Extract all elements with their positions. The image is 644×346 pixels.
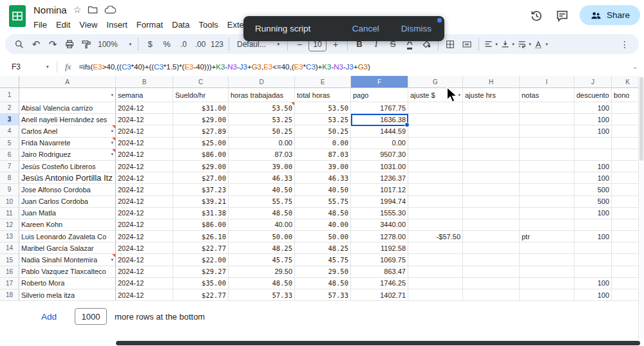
cell-F2[interactable]: 1767.75 <box>351 102 408 114</box>
merge-cells-icon[interactable] <box>459 37 475 52</box>
cell-E15[interactable]: 45.75 <box>295 254 351 266</box>
comments-icon[interactable] <box>554 7 571 24</box>
cell-B7[interactable]: 2024-12 <box>116 161 173 172</box>
row-header-15[interactable]: 15 <box>0 254 19 266</box>
cell-I4[interactable] <box>520 125 574 137</box>
cell-H16[interactable] <box>463 266 520 278</box>
column-header-e[interactable]: E <box>295 76 351 88</box>
text-wrap-button[interactable]: ▾ <box>516 37 532 52</box>
cell-I2[interactable] <box>520 102 574 114</box>
horizontal-align-button[interactable]: ▾ <box>483 37 498 52</box>
cell-I6[interactable] <box>520 149 574 161</box>
cell-G2[interactable] <box>408 102 463 114</box>
cell-I17[interactable] <box>520 278 574 289</box>
cell-F11[interactable]: 1555.30 <box>351 208 408 219</box>
cell-C14[interactable]: $22.77 <box>173 242 229 254</box>
cell-E13[interactable]: 50.00 <box>295 231 351 242</box>
cell-E14[interactable]: 48.25 <box>295 242 351 254</box>
row-header-12[interactable]: 12 <box>0 219 19 231</box>
cell-A3[interactable]: Anell nayeli Hernández ses <box>19 114 116 125</box>
cell-J3[interactable]: 100 <box>574 114 612 125</box>
cell-F4[interactable]: 1444.59 <box>351 125 408 137</box>
cell-A13[interactable]: Luis Leonardo Zavaleta Co <box>19 231 116 242</box>
menu-format[interactable]: Format <box>132 19 167 31</box>
star-icon[interactable]: ☆ <box>73 5 82 14</box>
column-header-c[interactable]: C <box>173 76 229 88</box>
cell-J2[interactable]: 100 <box>574 102 612 114</box>
cell-F1[interactable]: pago <box>351 88 408 102</box>
cell-F18[interactable]: 1402.71 <box>351 289 408 301</box>
sheets-logo[interactable] <box>9 5 26 27</box>
cell-G7[interactable] <box>408 161 463 172</box>
cell-E10[interactable]: 55.75 <box>295 196 351 208</box>
fill-handle[interactable] <box>404 122 410 127</box>
cell-C15[interactable]: $22.00 <box>173 254 229 266</box>
column-header-j[interactable]: J <box>574 76 612 88</box>
cell-G13[interactable]: -$57.50 <box>408 231 463 242</box>
cell-I16[interactable] <box>520 266 574 278</box>
menu-insert[interactable]: Insert <box>102 19 132 31</box>
cell-H7[interactable] <box>463 161 520 172</box>
cell-D6[interactable]: 87.03 <box>229 149 295 161</box>
row-header-11[interactable]: 11 <box>0 208 19 219</box>
cell-C6[interactable]: $86.00 <box>173 149 229 161</box>
cell-J9[interactable]: 500 <box>574 184 612 196</box>
toast-dismiss-button[interactable]: Dismiss <box>401 24 431 33</box>
cell-C1[interactable]: Sueldo/hr <box>173 88 229 102</box>
cloud-status-icon[interactable] <box>104 6 116 14</box>
cell-C5[interactable]: $25.00 <box>173 138 229 149</box>
cell-C16[interactable]: $29.27 <box>173 266 229 278</box>
column-header-a[interactable]: A <box>19 76 116 88</box>
cell-B10[interactable]: 2024-12 <box>116 196 173 208</box>
cell-C18[interactable]: $22.77 <box>173 289 229 301</box>
text-rotation-button[interactable]: ▾ <box>533 37 549 52</box>
formula-bar-expand-icon[interactable]: ⌄ <box>632 64 638 70</box>
row-header-8[interactable]: 8 <box>0 172 19 184</box>
cell-D17[interactable]: 48.50 <box>229 278 295 289</box>
cell-E2[interactable]: 53.50 <box>295 102 351 114</box>
cell-B5[interactable]: 2024-12 <box>116 138 173 149</box>
dropdown-arrow-icon[interactable]: ▾ <box>109 257 113 262</box>
cell-I3[interactable] <box>520 114 574 125</box>
cell-E6[interactable]: 87.03 <box>295 149 351 161</box>
menu-tools[interactable]: Tools <box>194 19 222 31</box>
cell-J17[interactable]: 100 <box>574 278 612 289</box>
cell-I18[interactable] <box>520 289 574 301</box>
cell-G9[interactable] <box>408 184 463 196</box>
cell-B9[interactable]: 2024-12 <box>116 184 173 196</box>
decrease-decimal-button[interactable]: .0 <box>176 37 191 52</box>
row-header-16[interactable]: 16 <box>0 266 19 278</box>
cell-J16[interactable] <box>574 266 612 278</box>
name-box[interactable]: F3 ▾ <box>0 62 57 71</box>
cell-J4[interactable]: 100 <box>574 125 612 137</box>
cell-C11[interactable]: $31.38 <box>173 208 229 219</box>
cell-D13[interactable]: 50.00 <box>229 231 295 242</box>
cell-F6[interactable]: 9507.30 <box>351 149 408 161</box>
column-header-i[interactable]: I <box>520 76 574 88</box>
cell-I7[interactable] <box>520 161 574 172</box>
cell-D14[interactable]: 48.25 <box>229 242 295 254</box>
add-rows-button[interactable]: Add <box>37 311 61 322</box>
cell-F16[interactable]: 863.47 <box>351 266 408 278</box>
vertical-scrollbar-thumb[interactable] <box>639 77 643 161</box>
column-header-f[interactable]: F <box>351 76 408 88</box>
cell-C4[interactable]: $27.89 <box>173 125 229 137</box>
dropdown-arrow-icon[interactable]: ▾ <box>109 93 113 98</box>
version-history-icon[interactable] <box>528 7 545 24</box>
formula-input[interactable]: =ifs(E3>40,((C3*40)+((C3*1.5)*(E3-40)))+… <box>79 63 626 71</box>
cell-I5[interactable] <box>520 138 574 149</box>
zoom-select[interactable]: 100% ▾ <box>95 37 134 52</box>
cell-H13[interactable] <box>463 231 520 242</box>
cell-H15[interactable] <box>463 254 520 266</box>
row-header-3[interactable]: 3 <box>0 114 19 125</box>
cell-I13[interactable]: ptr <box>520 231 574 242</box>
cell-J6[interactable] <box>574 149 612 161</box>
cell-A10[interactable]: Juan Carlos Cordoba <box>19 196 116 208</box>
column-header-d[interactable]: D <box>229 76 295 88</box>
cell-C9[interactable]: $37.23 <box>173 184 229 196</box>
row-header-17[interactable]: 17 <box>0 278 19 289</box>
row-header-18[interactable]: 18 <box>0 289 19 301</box>
cell-F5[interactable]: 0.00 <box>351 138 408 149</box>
cell-A12[interactable]: Kareen Kohn <box>19 219 116 231</box>
menu-file[interactable]: File <box>29 19 52 31</box>
